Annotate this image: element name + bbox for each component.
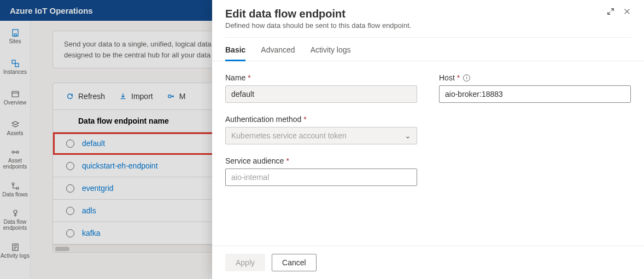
- apply-button[interactable]: Apply: [225, 254, 265, 271]
- svg-rect-1: [14, 34, 16, 36]
- log-icon: [11, 243, 20, 252]
- host-input[interactable]: aio-broker:18883: [439, 85, 631, 103]
- info-icon[interactable]: i: [463, 74, 470, 82]
- sidenav-label: Activity logs: [1, 253, 30, 259]
- cancel-button[interactable]: Cancel: [272, 254, 317, 271]
- building-icon: [11, 28, 20, 37]
- field-service-audience: Service audience * aio-internal: [225, 156, 417, 186]
- manage-button[interactable]: M: [167, 92, 186, 101]
- field-name: Name * default: [225, 73, 417, 103]
- endpoint-link[interactable]: quickstart-eh-endpoint: [82, 161, 158, 170]
- sidenav-label: Data flows: [2, 191, 28, 197]
- scroll-thumb[interactable]: [55, 247, 69, 251]
- svg-point-17: [168, 95, 171, 97]
- import-label: Import: [131, 92, 153, 101]
- host-label: Host * i: [439, 73, 631, 82]
- svg-marker-6: [12, 121, 19, 125]
- host-value: aio-broker:18883: [445, 90, 503, 98]
- name-value: default: [231, 90, 254, 98]
- sidenav-item-asset-endpoints[interactable]: Asset endpoints: [0, 143, 30, 174]
- row-radio[interactable]: [66, 140, 74, 148]
- audience-label: Service audience *: [225, 156, 417, 165]
- import-icon: [119, 92, 127, 100]
- panel-tabs: Basic Advanced Activity logs: [212, 38, 644, 61]
- manage-label: M: [179, 92, 186, 101]
- name-label: Name *: [225, 73, 417, 82]
- expand-icon[interactable]: [607, 8, 614, 15]
- sidenav-label: Overview: [4, 100, 27, 106]
- field-host: Host * i aio-broker:18883: [439, 73, 631, 103]
- panel-icon: [11, 90, 20, 98]
- sidenav-label: Instances: [3, 69, 27, 75]
- row-radio[interactable]: [66, 162, 74, 170]
- svg-point-7: [12, 151, 14, 153]
- svg-point-10: [12, 183, 14, 185]
- svg-rect-3: [15, 63, 19, 67]
- panel-footer: Apply Cancel: [212, 246, 644, 279]
- sidenav-item-assets[interactable]: Assets: [0, 113, 30, 143]
- endpoint-icon: [11, 209, 20, 218]
- auth-select[interactable]: Kubernetes service account token ⌄: [225, 127, 417, 144]
- svg-point-11: [16, 187, 19, 189]
- flow-icon: [11, 182, 20, 190]
- layers-icon: [11, 120, 20, 129]
- side-nav: Sites Instances Overview Assets Asset en…: [0, 21, 31, 279]
- col-header: Data flow endpoint name: [78, 117, 169, 125]
- sidenav-item-instances[interactable]: Instances: [0, 51, 30, 82]
- panel-form: Name * default Host * i aio-broker:18883…: [212, 61, 644, 198]
- tab-basic[interactable]: Basic: [225, 45, 245, 61]
- edit-endpoint-panel: Edit data flow endpoint Defined how data…: [212, 0, 644, 279]
- refresh-button[interactable]: Refresh: [66, 92, 105, 101]
- sidenav-item-overview[interactable]: Overview: [0, 82, 30, 113]
- row-radio[interactable]: [66, 184, 74, 193]
- sidenav-item-activity-logs[interactable]: Activity logs: [0, 235, 30, 266]
- endpoint-link[interactable]: kafka: [82, 229, 100, 237]
- sidenav-item-data-flows[interactable]: Data flows: [0, 174, 30, 205]
- audience-placeholder: aio-internal: [231, 173, 269, 182]
- sidenav-item-data-flow-endpoints[interactable]: Data flow endpoints: [0, 205, 30, 235]
- sidenav-label: Assets: [7, 130, 23, 136]
- name-input: default: [225, 85, 417, 103]
- panel-title: Edit data flow endpoint: [225, 8, 411, 20]
- tab-advanced[interactable]: Advanced: [261, 45, 295, 61]
- refresh-label: Refresh: [78, 92, 105, 101]
- tab-activity-logs[interactable]: Activity logs: [311, 45, 351, 61]
- svg-point-12: [14, 210, 17, 213]
- sidenav-label: Data flow endpoints: [0, 219, 30, 231]
- panel-subtitle: Defined how data should be sent to this …: [225, 21, 411, 30]
- sidenav-label: Asset endpoints: [0, 158, 30, 170]
- svg-rect-2: [12, 60, 15, 63]
- panel-header: Edit data flow endpoint Defined how data…: [212, 0, 644, 38]
- svg-rect-0: [13, 30, 18, 36]
- sidenav-label: Sites: [9, 38, 21, 44]
- key-icon: [167, 92, 175, 100]
- endpoint-link[interactable]: default: [82, 139, 105, 148]
- refresh-icon: [66, 92, 74, 100]
- sidenav-item-sites[interactable]: Sites: [0, 21, 30, 51]
- endpoint-link[interactable]: eventgrid: [82, 184, 114, 193]
- chevron-down-icon: ⌄: [405, 131, 411, 140]
- auth-placeholder: Kubernetes service account token: [231, 131, 347, 140]
- svg-point-8: [16, 151, 19, 153]
- svg-rect-4: [12, 91, 19, 97]
- row-radio[interactable]: [66, 229, 74, 237]
- close-icon[interactable]: [623, 8, 631, 15]
- brand-title: Azure IoT Operations: [10, 6, 93, 15]
- connection-icon: [11, 148, 20, 156]
- row-radio[interactable]: [66, 207, 74, 215]
- audience-input[interactable]: aio-internal: [225, 168, 417, 186]
- auth-label: Authentication method *: [225, 115, 417, 124]
- cube-icon: [11, 59, 20, 68]
- import-button[interactable]: Import: [119, 92, 153, 101]
- field-auth-method: Authentication method * Kubernetes servi…: [225, 115, 417, 144]
- endpoint-link[interactable]: adls: [82, 206, 96, 215]
